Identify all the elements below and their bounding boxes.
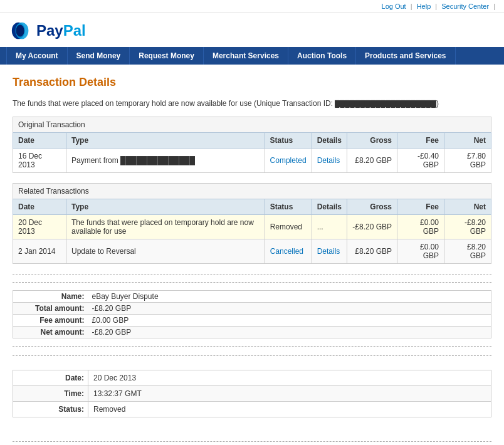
top-bar: Log Out | Help | Security Center | [0, 0, 504, 13]
page-title: Transaction Details [13, 76, 491, 89]
main-nav: My Account Send Money Request Money Merc… [0, 47, 504, 65]
cell-type: Payment from ██████████████ [66, 149, 265, 173]
related-col-fee: Fee [397, 199, 444, 215]
main-content: Transaction Details The funds that were … [0, 65, 504, 445]
related-col-net: Net [444, 199, 491, 215]
divider-1 [13, 274, 491, 275]
detail-fee-label: Fee amount: [13, 315, 88, 327]
security-link[interactable]: Security Center [441, 3, 489, 10]
details-link[interactable]: Details [317, 247, 340, 256]
header: PayPal [0, 13, 504, 47]
cell-status: Completed [265, 149, 312, 173]
detail-net-value: -£8.20 GBP [88, 327, 491, 338]
nav-auction-tools[interactable]: Auction Tools [288, 47, 356, 65]
cell-fee: £0.00 GBP [397, 239, 444, 264]
cell-fee: -£0.40 GBP [397, 149, 444, 173]
meta-time-label: Time: [13, 386, 88, 402]
detail-name-value: eBay Buyer Dispute [88, 291, 491, 303]
col-header-fee: Fee [397, 133, 444, 149]
cell-status: Removed [265, 215, 312, 239]
nav-send-money[interactable]: Send Money [68, 47, 130, 65]
meta-status-label: Status: [13, 402, 88, 417]
detail-net-label: Net amount: [13, 327, 88, 338]
nav-my-account[interactable]: My Account [6, 47, 68, 65]
meta-status-row: Status: Removed [13, 402, 491, 417]
cell-gross: £8.20 GBP [347, 149, 397, 173]
nav-products-services[interactable]: Products and Services [356, 47, 455, 65]
detail-fee-row: Fee amount: £0.00 GBP [13, 315, 491, 327]
transaction-id: ████████████████████ [335, 100, 436, 107]
cell-details: ... [312, 215, 347, 239]
paypal-text: PayPal [36, 22, 86, 39]
details-link[interactable]: Details [317, 156, 340, 165]
col-header-net: Net [444, 133, 491, 149]
col-header-details: Details [312, 133, 347, 149]
details-dots: ... [317, 223, 323, 231]
meta-table: Date: 20 Dec 2013 Time: 13:32:37 GMT Sta… [13, 370, 491, 417]
detail-total-value: -£8.20 GBP [88, 303, 491, 315]
table-row: 2 Jan 2014 Update to Reversal Cancelled … [13, 239, 491, 264]
meta-date-value: 20 Dec 2013 [88, 370, 491, 386]
meta-time-value: 13:32:37 GMT [88, 386, 491, 402]
table-row: 20 Dec 2013 The funds that were placed o… [13, 215, 491, 239]
meta-date-row: Date: 20 Dec 2013 [13, 370, 491, 386]
detail-section: Name: eBay Buyer Dispute Total amount: -… [13, 282, 491, 347]
nav-merchant-services[interactable]: Merchant Services [204, 47, 288, 65]
cell-status: Cancelled [265, 239, 312, 264]
related-transaction-table: Date Type Status Details Gross Fee Net 2… [13, 199, 491, 264]
cell-type: The funds that were placed on temporary … [66, 215, 265, 239]
status-text: Removed [270, 223, 302, 231]
cell-date: 16 Dec 2013 [13, 149, 66, 173]
related-col-date: Date [13, 199, 66, 215]
cell-net: £7.80 GBP [444, 149, 491, 173]
col-header-date: Date [13, 133, 66, 149]
paypal-logo-icon [10, 19, 33, 42]
cell-date: 2 Jan 2014 [13, 239, 66, 264]
meta-time-row: Time: 13:32:37 GMT [13, 386, 491, 402]
cell-net: £8.20 GBP [444, 239, 491, 264]
col-header-status: Status [265, 133, 312, 149]
related-section-label: Related Transactions [13, 183, 491, 199]
detail-fee-value: £0.00 GBP [88, 315, 491, 327]
divider-3 [13, 441, 491, 442]
cell-gross: £8.20 GBP [347, 239, 397, 264]
help-link[interactable]: Help [417, 3, 431, 10]
detail-total-label: Total amount: [13, 303, 88, 315]
related-col-gross: Gross [347, 199, 397, 215]
original-section-label: Original Transaction [13, 117, 491, 132]
logout-link[interactable]: Log Out [382, 3, 406, 10]
detail-net-row: Net amount: -£8.20 GBP [13, 327, 491, 338]
meta-section: Date: 20 Dec 2013 Time: 13:32:37 GMT Sta… [13, 364, 491, 434]
original-transaction-table: Date Type Status Details Gross Fee Net 1… [13, 132, 491, 173]
meta-status-value: Removed [88, 402, 491, 417]
cell-fee: £0.00 GBP [397, 215, 444, 239]
table-row: 16 Dec 2013 Payment from ██████████████ … [13, 149, 491, 173]
nav-request-money[interactable]: Request Money [130, 47, 204, 65]
cell-date: 20 Dec 2013 [13, 215, 66, 239]
cell-details: Details [312, 239, 347, 264]
divider-2 [13, 355, 491, 356]
related-col-details: Details [312, 199, 347, 215]
meta-date-label: Date: [13, 370, 88, 386]
cell-net: -£8.20 GBP [444, 215, 491, 239]
related-col-type: Type [66, 199, 265, 215]
svg-point-2 [16, 25, 24, 37]
related-col-status: Status [265, 199, 312, 215]
cell-gross: -£8.20 GBP [347, 215, 397, 239]
cell-details: Details [312, 149, 347, 173]
transaction-notice: The funds that were placed on temporary … [13, 99, 491, 108]
status-link[interactable]: Completed [270, 156, 307, 165]
col-header-type: Type [66, 133, 265, 149]
detail-name-row: Name: eBay Buyer Dispute [13, 291, 491, 303]
col-header-gross: Gross [347, 133, 397, 149]
cell-type: Update to Reversal [66, 239, 265, 264]
detail-table: Name: eBay Buyer Dispute Total amount: -… [13, 290, 491, 338]
detail-total-row: Total amount: -£8.20 GBP [13, 303, 491, 315]
status-link[interactable]: Cancelled [270, 247, 303, 256]
detail-name-label: Name: [13, 291, 88, 303]
paypal-logo: PayPal [10, 19, 494, 42]
